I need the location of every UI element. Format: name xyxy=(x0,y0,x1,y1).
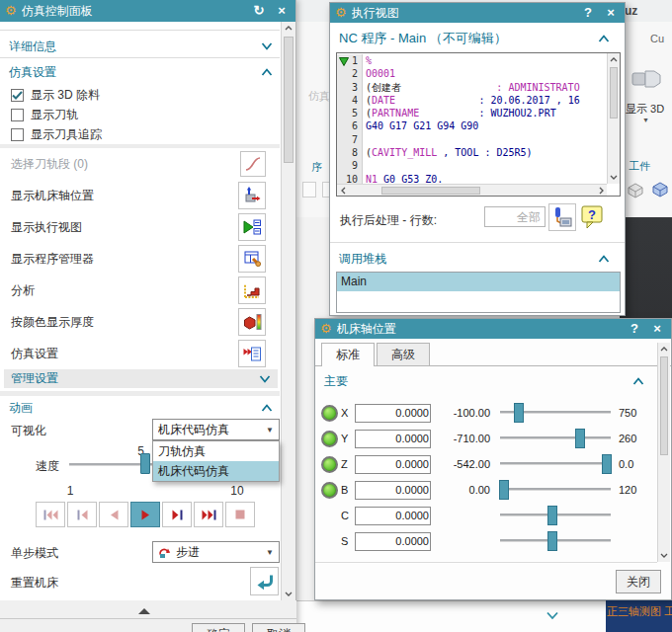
help-icon[interactable]: ? xyxy=(626,319,643,339)
visualize-dropdown[interactable]: 机床代码仿真 ▼ xyxy=(152,419,280,440)
axis-slider[interactable] xyxy=(500,479,611,501)
checkbox-row[interactable]: 显示 3D 除料 xyxy=(0,85,280,105)
execute-post-process-button[interactable] xyxy=(548,203,576,231)
checkbox-row[interactable]: 显示刀具追踪 xyxy=(0,124,280,144)
select-toolpath-curve-icon[interactable] xyxy=(240,151,266,177)
analysis-icon[interactable] xyxy=(238,276,266,304)
animation-section-header[interactable]: 动画 xyxy=(0,399,282,417)
reset-dialog-icon[interactable]: ↻ xyxy=(250,1,268,21)
step-forward-icon[interactable] xyxy=(162,502,192,527)
axis-value-input[interactable]: 0.0000 xyxy=(355,507,431,525)
scroll-left-icon[interactable] xyxy=(337,185,349,197)
speed-slider-thumb[interactable] xyxy=(140,453,150,474)
chevron-down-icon[interactable] xyxy=(261,42,273,50)
scroll-up-icon[interactable] xyxy=(282,22,295,35)
checkbox-checked-icon[interactable] xyxy=(11,89,24,102)
nc-code-listing[interactable]: 1%2O00013(创建者 : ADMINISTRATO4(DATE : 20.… xyxy=(336,52,621,197)
code-vscrollbar[interactable] xyxy=(607,53,620,184)
callstack-header[interactable]: 调用堆栈 xyxy=(330,250,619,268)
manage-settings-bar[interactable]: 管理设置 xyxy=(4,369,278,388)
stop-icon[interactable] xyxy=(225,502,255,527)
gray-cube-icon[interactable] xyxy=(627,182,644,201)
program-manager-icon[interactable] xyxy=(238,245,266,273)
axis-slider-thumb[interactable] xyxy=(547,506,557,525)
axis-slider-thumb[interactable] xyxy=(514,403,524,423)
close-icon[interactable]: × xyxy=(648,319,666,339)
axis-value-input[interactable]: 0.0000 xyxy=(355,532,431,551)
axis-value-input[interactable]: 0.0000 xyxy=(355,430,431,448)
scroll-up-icon[interactable] xyxy=(658,343,670,356)
chevron-up-icon[interactable] xyxy=(632,377,644,385)
axis-slider[interactable] xyxy=(500,453,611,475)
machine-axis-icon[interactable] xyxy=(238,182,266,209)
callstack-item[interactable]: Main xyxy=(337,273,620,291)
scrollbar-thumb[interactable] xyxy=(660,356,668,455)
scroll-down-icon[interactable] xyxy=(608,171,620,184)
collapse-arrow-icon[interactable] xyxy=(136,604,152,618)
ribbon-caret-icon[interactable]: ▼ xyxy=(642,117,649,123)
chevron-up-icon[interactable] xyxy=(261,68,273,76)
help-bubble-icon[interactable]: ? xyxy=(580,204,605,233)
axis-value-input[interactable]: 0.0000 xyxy=(355,404,431,423)
close-button[interactable]: 关闭 xyxy=(616,570,661,593)
thickness-by-color-icon[interactable] xyxy=(238,308,266,336)
scroll-down-icon[interactable] xyxy=(282,588,295,600)
checkbox-unchecked-icon[interactable] xyxy=(11,109,24,121)
axis-slider[interactable] xyxy=(500,505,611,526)
play-forward-icon[interactable] xyxy=(130,502,160,527)
cancel-button[interactable]: 取消 xyxy=(252,623,305,632)
tab-标准[interactable]: 标准 xyxy=(321,343,375,366)
play-backward-icon[interactable] xyxy=(99,502,128,527)
tab-高级[interactable]: 高级 xyxy=(377,343,430,366)
blue-cube-icon[interactable] xyxy=(650,180,670,201)
ribbon-label-workpiece[interactable]: 工件 xyxy=(629,159,650,174)
axis-slider-thumb[interactable] xyxy=(499,480,509,500)
main-section-header[interactable]: 主要 xyxy=(315,372,653,390)
ok-button[interactable]: 确定 xyxy=(192,623,245,632)
simulation-settings-icon[interactable] xyxy=(238,340,266,367)
axis-slider-track[interactable] xyxy=(500,462,611,465)
axis-slider[interactable] xyxy=(500,402,611,424)
checkbox-unchecked-icon[interactable] xyxy=(11,128,24,141)
axis-slider-thumb[interactable] xyxy=(602,454,612,474)
scroll-right-icon[interactable] xyxy=(595,185,607,197)
callstack-list[interactable]: Main xyxy=(336,272,621,313)
chevron-down-icon[interactable] xyxy=(546,611,559,620)
checkbox-row[interactable]: 显示刀轨 xyxy=(0,105,280,124)
axis-slider[interactable] xyxy=(500,428,611,449)
axis-slider[interactable] xyxy=(500,530,611,552)
code-hscrollbar[interactable] xyxy=(337,184,607,196)
nc-program-header[interactable]: NC 程序 - Main （不可编辑） xyxy=(330,30,619,47)
close-icon[interactable]: × xyxy=(273,1,291,21)
help-icon[interactable]: ? xyxy=(579,3,597,23)
scrollbar-thumb[interactable] xyxy=(284,37,294,163)
chevron-up-icon[interactable] xyxy=(598,255,610,263)
step-mode-dropdown[interactable]: 步进 ▼ xyxy=(152,541,280,563)
axis-slider-track[interactable] xyxy=(500,436,611,439)
axis-slider-track[interactable] xyxy=(500,488,611,491)
scroll-down-icon[interactable] xyxy=(658,549,670,562)
chevron-up-icon[interactable] xyxy=(261,404,273,412)
axis-value-input[interactable]: 0.0000 xyxy=(355,455,431,474)
scroll-up-icon[interactable] xyxy=(608,53,620,66)
chevron-up-icon[interactable] xyxy=(598,35,610,42)
axis-panel-scrollbar[interactable] xyxy=(657,343,670,562)
sim-settings-section-header[interactable]: 仿真设置 xyxy=(0,63,282,81)
execution-view-icon[interactable] xyxy=(238,213,266,241)
dropdown-option[interactable]: 刀轨仿真 xyxy=(153,441,279,461)
axis-value-input[interactable]: 0.0000 xyxy=(355,481,431,500)
ribbon-label-show3d[interactable]: 显示 3D xyxy=(626,102,664,117)
exec-panel-titlebar[interactable]: ⚙ 执行视图 ? × xyxy=(330,3,625,23)
step-backward-icon[interactable] xyxy=(67,502,97,527)
go-to-start-icon[interactable] xyxy=(36,502,65,527)
dropdown-option[interactable]: 机床代码仿真 xyxy=(153,461,279,481)
axis-slider-thumb[interactable] xyxy=(547,531,557,551)
scrollbar-thumb[interactable] xyxy=(610,67,618,118)
go-to-end-icon[interactable] xyxy=(194,502,223,527)
chevron-down-icon[interactable] xyxy=(259,375,271,383)
post-process-lines-input[interactable] xyxy=(484,206,546,227)
details-section-header[interactable]: 详细信息 xyxy=(0,38,282,55)
close-icon[interactable]: × xyxy=(602,3,620,23)
reset-machine-button[interactable] xyxy=(250,567,279,595)
axis-panel-titlebar[interactable]: ⚙ 机床轴位置 ? × xyxy=(315,319,671,339)
